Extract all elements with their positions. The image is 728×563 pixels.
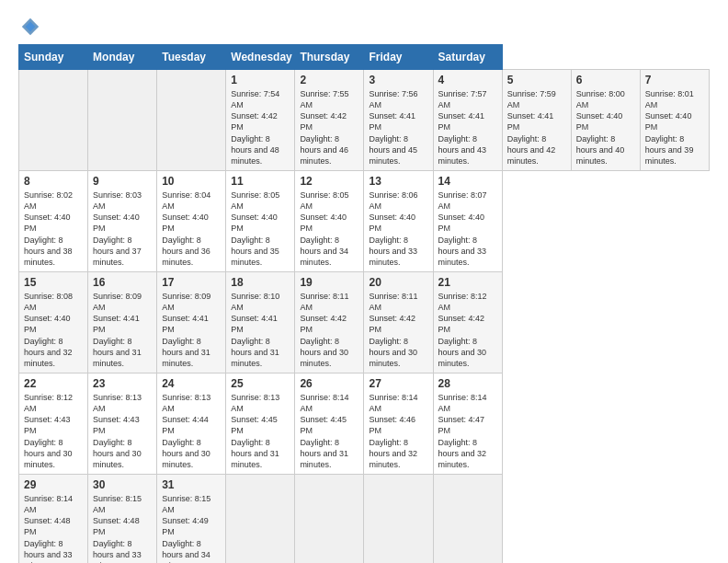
day-info: Sunrise: 7:54 AMSunset: 4:42 PMDaylight:… — [231, 88, 290, 167]
day-cell: 30Sunrise: 8:15 AMSunset: 4:48 PMDayligh… — [88, 474, 157, 563]
day-header-monday: Monday — [88, 45, 157, 70]
day-cell: 7Sunrise: 8:01 AMSunset: 4:40 PMDaylight… — [640, 70, 709, 171]
day-number: 25 — [231, 377, 290, 390]
day-header-saturday: Saturday — [433, 45, 502, 70]
day-info: Sunrise: 8:14 AMSunset: 4:46 PMDaylight:… — [369, 392, 427, 470]
day-cell — [364, 474, 433, 563]
day-info: Sunrise: 8:15 AMSunset: 4:48 PMDaylight:… — [93, 493, 152, 563]
day-cell: 28Sunrise: 8:14 AMSunset: 4:47 PMDayligh… — [433, 373, 502, 474]
day-cell — [295, 474, 364, 563]
day-cell: 3Sunrise: 7:56 AMSunset: 4:41 PMDaylight… — [364, 70, 433, 171]
day-info: Sunrise: 8:02 AMSunset: 4:40 PMDaylight:… — [24, 190, 83, 268]
day-number: 30 — [93, 478, 152, 491]
day-number: 7 — [645, 74, 704, 86]
day-number: 20 — [369, 276, 427, 289]
day-cell: 1Sunrise: 7:54 AMSunset: 4:42 PMDaylight… — [226, 70, 295, 171]
logo — [18, 17, 40, 37]
day-header-thursday: Thursday — [295, 45, 364, 70]
day-cell: 18Sunrise: 8:10 AMSunset: 4:41 PMDayligh… — [226, 271, 295, 373]
day-cell: 10Sunrise: 8:04 AMSunset: 4:40 PMDayligh… — [157, 170, 226, 271]
day-info: Sunrise: 7:57 AMSunset: 4:41 PMDaylight:… — [438, 88, 497, 167]
day-info: Sunrise: 8:00 AMSunset: 4:40 PMDaylight:… — [576, 88, 635, 167]
day-number: 23 — [93, 377, 152, 390]
day-number: 2 — [300, 74, 358, 86]
day-number: 3 — [369, 74, 427, 86]
day-info: Sunrise: 8:07 AMSunset: 4:40 PMDaylight:… — [438, 190, 497, 268]
day-cell: 2Sunrise: 7:55 AMSunset: 4:42 PMDaylight… — [295, 70, 364, 171]
day-info: Sunrise: 8:13 AMSunset: 4:43 PMDaylight:… — [93, 392, 152, 470]
day-info: Sunrise: 8:11 AMSunset: 4:42 PMDaylight:… — [369, 291, 427, 369]
day-cell: 12Sunrise: 8:05 AMSunset: 4:40 PMDayligh… — [295, 170, 364, 271]
logo-icon — [20, 17, 40, 37]
day-info: Sunrise: 8:14 AMSunset: 4:45 PMDaylight:… — [300, 392, 358, 470]
day-number: 9 — [93, 175, 152, 188]
day-info: Sunrise: 7:55 AMSunset: 4:42 PMDaylight:… — [300, 88, 358, 167]
day-number: 4 — [438, 74, 497, 86]
day-cell: 24Sunrise: 8:13 AMSunset: 4:44 PMDayligh… — [157, 373, 226, 474]
day-number: 12 — [300, 175, 358, 188]
day-info: Sunrise: 8:09 AMSunset: 4:41 PMDaylight:… — [93, 291, 152, 369]
day-cell — [157, 70, 226, 171]
day-number: 28 — [438, 377, 497, 390]
day-info: Sunrise: 8:03 AMSunset: 4:40 PMDaylight:… — [93, 190, 152, 268]
day-number: 18 — [231, 276, 290, 289]
day-cell: 27Sunrise: 8:14 AMSunset: 4:46 PMDayligh… — [364, 373, 433, 474]
day-cell — [19, 70, 88, 171]
week-row-4: 22Sunrise: 8:12 AMSunset: 4:43 PMDayligh… — [19, 373, 710, 474]
day-cell: 14Sunrise: 8:07 AMSunset: 4:40 PMDayligh… — [433, 170, 502, 271]
day-number: 5 — [507, 74, 566, 86]
day-number: 15 — [24, 276, 83, 289]
day-header-sunday: Sunday — [19, 45, 88, 70]
day-number: 17 — [162, 276, 221, 289]
day-info: Sunrise: 8:14 AMSunset: 4:48 PMDaylight:… — [24, 493, 83, 563]
day-cell: 21Sunrise: 8:12 AMSunset: 4:42 PMDayligh… — [433, 271, 502, 373]
day-info: Sunrise: 8:15 AMSunset: 4:49 PMDaylight:… — [162, 493, 221, 563]
day-number: 10 — [162, 175, 221, 188]
day-info: Sunrise: 8:06 AMSunset: 4:40 PMDaylight:… — [369, 190, 427, 268]
day-cell: 23Sunrise: 8:13 AMSunset: 4:43 PMDayligh… — [88, 373, 157, 474]
day-cell: 29Sunrise: 8:14 AMSunset: 4:48 PMDayligh… — [19, 474, 88, 563]
day-cell: 25Sunrise: 8:13 AMSunset: 4:45 PMDayligh… — [226, 373, 295, 474]
day-cell: 11Sunrise: 8:05 AMSunset: 4:40 PMDayligh… — [226, 170, 295, 271]
day-number: 22 — [24, 377, 83, 390]
day-cell: 31Sunrise: 8:15 AMSunset: 4:49 PMDayligh… — [157, 474, 226, 563]
day-info: Sunrise: 7:56 AMSunset: 4:41 PMDaylight:… — [369, 88, 427, 167]
day-number: 1 — [231, 74, 290, 86]
day-number: 13 — [369, 175, 427, 188]
day-info: Sunrise: 8:08 AMSunset: 4:40 PMDaylight:… — [24, 291, 83, 369]
day-cell: 5Sunrise: 7:59 AMSunset: 4:41 PMDaylight… — [502, 70, 571, 171]
day-cell — [433, 474, 502, 563]
day-info: Sunrise: 8:04 AMSunset: 4:40 PMDaylight:… — [162, 190, 221, 268]
day-info: Sunrise: 8:05 AMSunset: 4:40 PMDaylight:… — [300, 190, 358, 268]
day-cell: 20Sunrise: 8:11 AMSunset: 4:42 PMDayligh… — [364, 271, 433, 373]
day-cell: 9Sunrise: 8:03 AMSunset: 4:40 PMDaylight… — [88, 170, 157, 271]
day-cell: 17Sunrise: 8:09 AMSunset: 4:41 PMDayligh… — [157, 271, 226, 373]
calendar-header-row: SundayMondayTuesdayWednesdayThursdayFrid… — [19, 45, 710, 70]
week-row-5: 29Sunrise: 8:14 AMSunset: 4:48 PMDayligh… — [19, 474, 710, 563]
day-header-tuesday: Tuesday — [157, 45, 226, 70]
day-number: 21 — [438, 276, 497, 289]
day-info: Sunrise: 8:13 AMSunset: 4:45 PMDaylight:… — [231, 392, 290, 470]
day-number: 14 — [438, 175, 497, 188]
day-number: 31 — [162, 478, 221, 491]
day-cell — [88, 70, 157, 171]
day-info: Sunrise: 8:10 AMSunset: 4:41 PMDaylight:… — [231, 291, 290, 369]
day-cell: 15Sunrise: 8:08 AMSunset: 4:40 PMDayligh… — [19, 271, 88, 373]
day-info: Sunrise: 8:14 AMSunset: 4:47 PMDaylight:… — [438, 392, 497, 470]
day-header-wednesday: Wednesday — [226, 45, 295, 70]
day-number: 29 — [24, 478, 83, 491]
day-cell: 6Sunrise: 8:00 AMSunset: 4:40 PMDaylight… — [571, 70, 640, 171]
week-row-2: 8Sunrise: 8:02 AMSunset: 4:40 PMDaylight… — [19, 170, 710, 271]
day-number: 24 — [162, 377, 221, 390]
day-number: 26 — [300, 377, 358, 390]
day-cell: 8Sunrise: 8:02 AMSunset: 4:40 PMDaylight… — [19, 170, 88, 271]
day-number: 19 — [300, 276, 358, 289]
week-row-1: 1Sunrise: 7:54 AMSunset: 4:42 PMDaylight… — [19, 70, 710, 171]
day-number: 11 — [231, 175, 290, 188]
day-cell: 4Sunrise: 7:57 AMSunset: 4:41 PMDaylight… — [433, 70, 502, 171]
day-info: Sunrise: 7:59 AMSunset: 4:41 PMDaylight:… — [507, 88, 566, 167]
page: SundayMondayTuesdayWednesdayThursdayFrid… — [0, 0, 728, 563]
week-row-3: 15Sunrise: 8:08 AMSunset: 4:40 PMDayligh… — [19, 271, 710, 373]
day-number: 27 — [369, 377, 427, 390]
calendar-table: SundayMondayTuesdayWednesdayThursdayFrid… — [18, 44, 710, 563]
